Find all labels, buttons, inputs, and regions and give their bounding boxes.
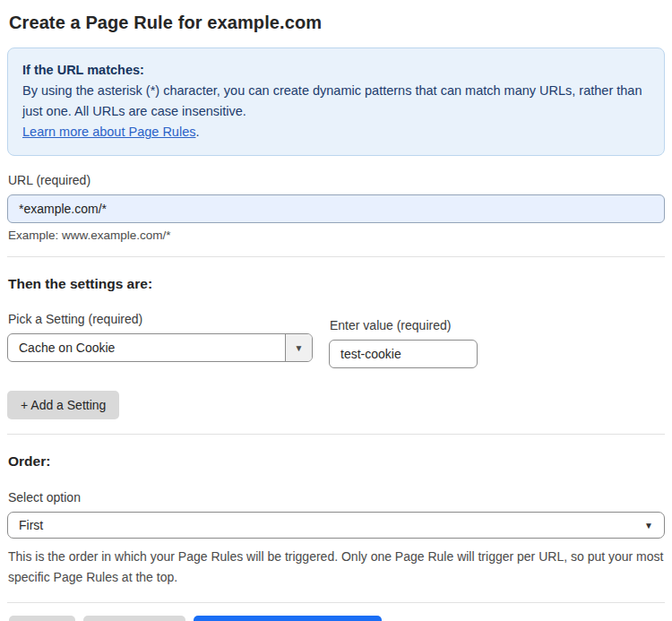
- url-field-label: URL (required): [8, 173, 665, 187]
- order-help-text: This is the order in which your Page Rul…: [8, 547, 665, 588]
- divider: [7, 434, 665, 435]
- link-suffix: .: [195, 125, 199, 139]
- url-match-info-box: If the URL matches: By using the asteris…: [7, 47, 665, 156]
- order-select-value: First: [19, 518, 43, 532]
- settings-row: Pick a Setting (required) Cache on Cooki…: [7, 312, 665, 368]
- add-setting-button[interactable]: + Add a Setting: [7, 391, 119, 419]
- order-select[interactable]: First ▼: [7, 512, 665, 539]
- setting-value-column: Enter value (required): [329, 318, 478, 368]
- settings-section-heading: Then the settings are:: [8, 276, 665, 292]
- info-box-heading: If the URL matches:: [22, 60, 650, 81]
- divider: [7, 256, 665, 257]
- footer-button-row: Cancel Save as Draft Save and Deploy Pag…: [7, 616, 665, 621]
- setting-select[interactable]: Cache on Cookie ▼: [7, 333, 313, 362]
- save-and-deploy-button[interactable]: Save and Deploy Page Rule: [194, 616, 382, 621]
- setting-select-label: Pick a Setting (required): [8, 312, 313, 326]
- url-field-hint: Example: www.example.com/*: [8, 229, 665, 242]
- chevron-down-icon: ▼: [644, 521, 653, 530]
- learn-more-link[interactable]: Learn more about Page Rules: [22, 125, 195, 139]
- divider: [7, 602, 665, 603]
- order-select-label: Select option: [8, 490, 665, 505]
- setting-select-arrow-button[interactable]: ▼: [285, 334, 312, 361]
- setting-select-column: Pick a Setting (required) Cache on Cooki…: [7, 312, 313, 368]
- create-page-rule-form: Create a Page Rule for example.com If th…: [0, 0, 672, 621]
- cancel-button[interactable]: Cancel: [9, 616, 75, 621]
- info-box-body: By using the asterisk (*) character, you…: [22, 81, 650, 122]
- order-section-heading: Order:: [8, 453, 665, 470]
- setting-value-input[interactable]: [329, 340, 478, 368]
- value-field-label: Enter value (required): [330, 318, 478, 332]
- url-input[interactable]: [7, 194, 665, 223]
- chevron-down-icon: ▼: [295, 343, 304, 353]
- page-title: Create a Page Rule for example.com: [9, 13, 665, 33]
- info-box-link-line: Learn more about Page Rules.: [22, 122, 650, 142]
- setting-select-value: Cache on Cookie: [8, 334, 285, 361]
- save-as-draft-button[interactable]: Save as Draft: [83, 616, 186, 621]
